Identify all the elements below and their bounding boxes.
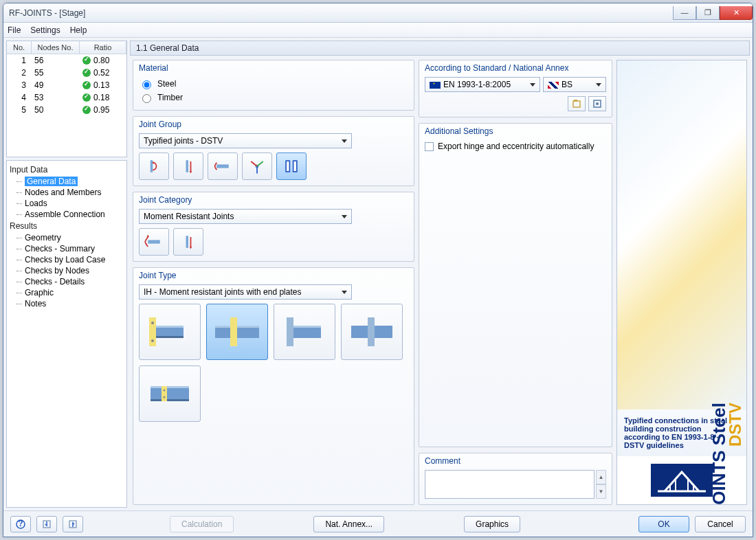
comment-scroll[interactable]: ▲▼	[596, 470, 606, 499]
svg-rect-42	[573, 101, 580, 107]
combo-joint-type[interactable]: IH - Moment resistant joints with end pl…	[139, 284, 352, 300]
grid-row[interactable]: 2 55 0.52	[7, 67, 126, 79]
col-no[interactable]: No.	[7, 41, 32, 54]
maximize-button[interactable]: ❐	[696, 6, 720, 20]
page-title: 1.1 General Data	[130, 41, 750, 56]
minimize-button[interactable]: —	[673, 6, 696, 20]
nat-annex-button[interactable]: Nat. Annex...	[313, 516, 384, 532]
joint-cat-opt-2[interactable]	[173, 228, 203, 256]
import-button[interactable]	[36, 516, 57, 532]
joint-cat-opt-1[interactable]	[139, 228, 169, 256]
tree-item-geometry[interactable]: Geometry	[10, 232, 125, 243]
svg-rect-43	[574, 100, 577, 102]
chk-export-hinge[interactable]: Export hinge and eccentricity automatica…	[425, 140, 606, 153]
svg-marker-4	[190, 171, 192, 174]
joint-type-thumb-2[interactable]	[206, 304, 268, 360]
svg-point-24	[151, 339, 154, 342]
joint-group-opt-2[interactable]	[173, 153, 203, 180]
calculation-button[interactable]: Calculation	[170, 516, 234, 532]
grid-row[interactable]: 3 49 0.13	[7, 79, 126, 91]
tree-item-general[interactable]: General Data	[10, 176, 125, 187]
footer: ? Calculation Nat. Annex... Graphics OK …	[3, 510, 753, 537]
combo-annex[interactable]: BS	[543, 77, 606, 92]
joint-group-opt-5[interactable]	[276, 153, 307, 180]
col-ratio[interactable]: Ratio	[80, 41, 126, 54]
menu-file[interactable]: File	[8, 25, 21, 35]
grid-row[interactable]: 5 50 0.95	[7, 104, 126, 116]
joint-type-thumb-3[interactable]	[274, 304, 335, 360]
comment-input[interactable]	[425, 470, 594, 499]
svg-rect-0	[151, 160, 153, 172]
ok-button[interactable]: OK	[638, 516, 689, 532]
help-button[interactable]: ?	[10, 516, 31, 532]
col-nodes[interactable]: Nodes No.	[32, 41, 80, 54]
svg-rect-16	[186, 236, 189, 248]
svg-text:?: ?	[18, 519, 23, 528]
group-joint-group-label: Joint Group	[133, 117, 414, 131]
group-joint-category: Joint Category Moment Resistant Joints	[133, 192, 414, 262]
svg-rect-25	[230, 317, 237, 346]
close-button[interactable]: ✕	[720, 6, 753, 20]
tree-item-nodes[interactable]: Nodes and Members	[10, 187, 125, 198]
joint-group-opt-1[interactable]	[139, 153, 169, 180]
radio-timber-input[interactable]	[142, 94, 151, 103]
cancel-button[interactable]: Cancel	[695, 516, 746, 532]
radio-timber[interactable]: Timber	[139, 91, 408, 104]
check-ok-icon	[82, 106, 91, 114]
checkbox-icon[interactable]	[425, 142, 434, 151]
group-material-label: Material	[133, 60, 414, 74]
menu-help[interactable]: Help	[70, 25, 87, 35]
check-ok-icon	[82, 69, 91, 77]
svg-point-40	[164, 390, 166, 392]
annex-new-button[interactable]	[568, 96, 586, 111]
check-ok-icon	[82, 93, 91, 102]
svg-rect-34	[351, 326, 368, 338]
joint-group-opt-4[interactable]	[242, 153, 272, 180]
svg-point-41	[164, 396, 166, 398]
combo-standard[interactable]: EN 1993-1-8:2005	[425, 77, 540, 92]
tree-item-notes[interactable]: Notes	[10, 298, 125, 309]
uk-flag-icon	[548, 82, 559, 89]
tree-item-checks-details[interactable]: Checks - Details	[10, 276, 125, 287]
results-grid: No. Nodes No. Ratio 1 56 0.80 2 55 0.52 …	[6, 41, 127, 157]
tree-item-assemble[interactable]: Assemble Connection	[10, 209, 125, 220]
group-standard: According to Standard / National Annex E…	[419, 60, 612, 117]
radio-steel[interactable]: Steel	[139, 77, 408, 91]
joint-type-thumb-1[interactable]	[139, 304, 201, 360]
joint-type-thumb-5[interactable]	[139, 365, 201, 422]
graphics-button[interactable]: Graphics	[464, 516, 520, 532]
grid-row[interactable]: 1 56 0.80	[7, 54, 126, 67]
tree-item-checks-lc[interactable]: Checks by Load Case	[10, 254, 125, 265]
group-standard-label: According to Standard / National Annex	[419, 60, 612, 74]
tree-item-checks-nodes[interactable]: Checks by Nodes	[10, 265, 125, 276]
radio-steel-input[interactable]	[142, 80, 151, 89]
tree-item-loads[interactable]: Loads	[10, 198, 125, 209]
check-ok-icon	[82, 81, 91, 89]
combo-joint-category[interactable]: Moment Resistant Joints	[139, 209, 352, 224]
svg-rect-29	[237, 326, 259, 328]
group-joint-type-label: Joint Type	[133, 268, 414, 282]
svg-point-45	[596, 102, 599, 105]
tree-item-graphic[interactable]: Graphic	[10, 287, 125, 298]
group-joint-group: Joint Group Typified joints - DSTV	[133, 116, 414, 186]
joint-type-thumb-4[interactable]	[341, 304, 403, 360]
svg-marker-15	[147, 235, 150, 238]
menubar: File Settings Help	[3, 23, 753, 38]
tree-item-checks-summary[interactable]: Checks - Summary	[10, 243, 125, 254]
svg-rect-14	[148, 240, 160, 243]
grid-header: No. Nodes No. Ratio	[7, 41, 126, 54]
annex-edit-button[interactable]	[588, 96, 606, 111]
grid-row[interactable]: 4 53 0.18	[7, 91, 126, 104]
svg-rect-21	[156, 326, 184, 328]
combo-joint-group[interactable]: Typified joints - DSTV	[139, 133, 352, 148]
group-material: Material Steel Timber	[133, 60, 414, 111]
window-title: RF-JOINTS - [Stage]	[9, 8, 673, 18]
joint-group-opt-3[interactable]	[208, 153, 238, 180]
export-button[interactable]	[63, 516, 83, 532]
svg-rect-32	[293, 326, 321, 328]
svg-rect-37	[151, 386, 189, 388]
banner-subtitle: DSTV	[726, 403, 745, 447]
menu-settings[interactable]: Settings	[30, 25, 60, 35]
eu-flag-icon	[430, 82, 441, 89]
chevron-down-icon	[342, 291, 347, 294]
